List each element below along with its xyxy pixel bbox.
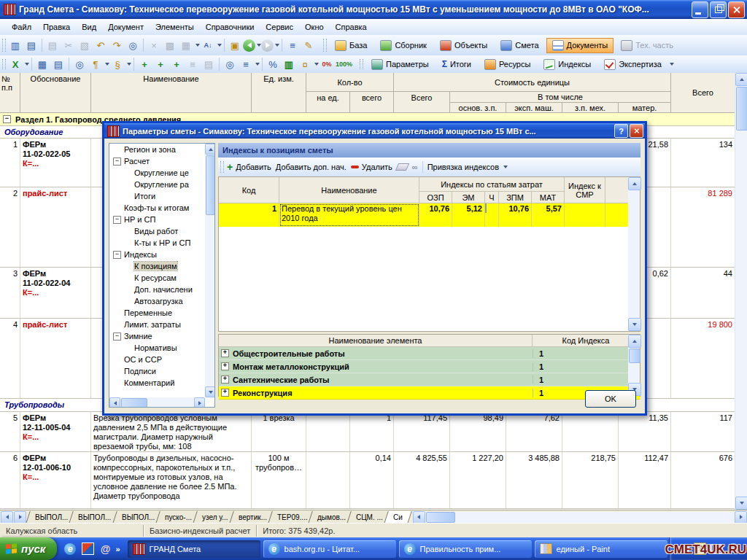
base-button[interactable]: База <box>329 38 373 53</box>
add-resource-icon[interactable]: + <box>169 57 184 71</box>
menu-references[interactable]: Справочники <box>200 20 260 34</box>
tree-item-region[interactable]: Регион и зона <box>109 144 214 155</box>
expand-icon[interactable]: + <box>221 362 229 370</box>
position-icon[interactable]: ¶ <box>88 57 103 71</box>
currency-icon[interactable]: ¤ <box>298 57 312 71</box>
close-button[interactable] <box>728 1 745 18</box>
dialog-help-button[interactable]: ? <box>614 124 628 138</box>
element-row-selected[interactable]: + Реконструкция 1 <box>219 386 640 400</box>
tree-item-rounding-prices[interactable]: Округление це <box>109 167 214 179</box>
index-name[interactable]: Перевод в текущий уровень цен 2010 года <box>279 203 419 227</box>
xp-quicklaunch-icon[interactable] <box>80 542 95 556</box>
restore-button[interactable] <box>710 1 727 18</box>
chevron-icon[interactable]: » <box>115 545 120 553</box>
scroll-thumb[interactable] <box>629 349 640 363</box>
tree-item-extra-charges[interactable]: Доп. начислени <box>109 284 214 295</box>
eraser-icon[interactable] <box>395 163 409 171</box>
tabs-prev-button[interactable] <box>1 511 13 524</box>
objects-button[interactable]: Объекты <box>434 38 493 53</box>
scroll-thumb[interactable] <box>426 512 455 523</box>
calculator-icon[interactable]: ▤ <box>51 57 66 71</box>
excel-export-icon[interactable]: X <box>8 57 23 71</box>
list-view-icon[interactable]: ≡ <box>239 57 253 71</box>
tree-item-nr-sp[interactable]: −НР и СП <box>109 214 214 225</box>
dropdown-arrow-icon[interactable] <box>105 63 109 66</box>
tree-vertical-scrollbar[interactable] <box>205 144 214 397</box>
sheet-tab-active[interactable]: Си <box>384 511 411 524</box>
documents-button[interactable]: Документы <box>546 38 614 53</box>
back-icon[interactable] <box>243 39 255 52</box>
tree-item-to-resources[interactable]: К ресурсам <box>109 272 214 284</box>
index-smr[interactable] <box>565 203 605 227</box>
hours-checkbox[interactable] <box>485 203 487 213</box>
tree-item-winter[interactable]: −Зимние <box>109 330 214 342</box>
scroll-track[interactable] <box>456 513 735 522</box>
menu-file[interactable]: Файл <box>6 20 37 34</box>
scroll-up-button[interactable] <box>205 144 215 155</box>
table-row[interactable]: 6 ФЕРм12-01-006-10К=... Трубопроводы в д… <box>0 452 735 509</box>
save-icon[interactable]: ▥ <box>8 38 23 52</box>
tree-item-to-positions[interactable]: К позициям <box>109 260 214 272</box>
tree-item-norms[interactable]: Нормативы <box>109 342 214 354</box>
tree-item-indexes[interactable]: −Индексы <box>109 249 214 260</box>
dropdown-arrow-icon[interactable] <box>314 63 319 66</box>
collapse-icon[interactable]: − <box>113 216 121 224</box>
scroll-right-button[interactable] <box>194 397 205 408</box>
dropdown-arrow-icon[interactable] <box>670 63 674 66</box>
scroll-left-button[interactable] <box>413 511 425 524</box>
tabs-horizontal-scrollbar[interactable] <box>413 512 747 523</box>
tree-item-comment[interactable]: Комментарий <box>109 377 214 389</box>
scroll-down-button[interactable] <box>735 497 747 510</box>
dropdown-arrow-icon[interactable] <box>127 63 131 66</box>
dropdown-arrow-icon[interactable] <box>275 44 279 47</box>
resources-button[interactable]: Ресурсы <box>479 57 536 72</box>
index-zpm[interactable]: 10,76 <box>499 203 532 227</box>
totals-button[interactable]: ΣИтоги <box>436 57 477 71</box>
mail-quicklaunch-icon[interactable]: @ <box>98 542 112 556</box>
collection-button[interactable]: Сборник <box>374 38 433 53</box>
dialog-close-button[interactable] <box>630 124 643 138</box>
expand-icon[interactable]: + <box>221 349 229 357</box>
taskbar-item-paint[interactable]: единый - Paint <box>535 540 667 558</box>
collapse-icon[interactable]: − <box>113 332 121 341</box>
minimize-button[interactable] <box>692 1 708 18</box>
tree-item-os-ssr[interactable]: ОС и ССР <box>109 354 214 365</box>
collapse-icon[interactable]: − <box>113 158 121 166</box>
menu-elements[interactable]: Элементы <box>150 20 200 34</box>
menu-document[interactable]: Документ <box>102 20 150 34</box>
dropdown-arrow-icon[interactable] <box>255 63 260 66</box>
calc-totals-icon[interactable]: ▥ <box>282 57 296 71</box>
full-percent-icon[interactable]: 100% <box>336 57 352 71</box>
scroll-up-button[interactable] <box>628 335 641 348</box>
expand-icon[interactable]: + <box>221 376 229 384</box>
elements-scrollbar[interactable] <box>628 335 640 396</box>
taskbar-item-pravilnost[interactable]: e Правильность прим... <box>399 540 532 558</box>
dropdown-arrow-icon[interactable] <box>196 44 200 47</box>
tree-item-variables[interactable]: Переменные <box>109 307 214 319</box>
menu-edit[interactable]: Правка <box>37 20 76 34</box>
tree-item-calculation[interactable]: −Расчет <box>109 155 214 167</box>
tree-item-totals[interactable]: Итоги <box>109 190 214 202</box>
scroll-right-button[interactable] <box>735 511 747 524</box>
start-button[interactable]: пуск <box>0 537 57 560</box>
menu-service[interactable]: Сервис <box>260 20 299 34</box>
add-extra-button[interactable]: Добавить доп. нач. <box>276 163 347 171</box>
expertise-button[interactable]: Экспертиза <box>598 57 667 72</box>
undo-icon[interactable]: ↶ <box>93 38 108 52</box>
index-table-scrollbar[interactable] <box>628 177 640 331</box>
element-row[interactable]: + Монтаж металлоконструкций 1 <box>219 360 640 373</box>
unlink-icon[interactable]: ∞ <box>412 163 418 171</box>
tree-item-work-types[interactable]: Виды работ <box>109 225 214 237</box>
index-em[interactable]: 5,12 <box>452 203 485 227</box>
tree-item-limit-costs[interactable]: Лимит. затраты <box>109 319 214 330</box>
element-row[interactable]: + Общестроительные работы 1 <box>219 347 640 360</box>
grid-view-icon[interactable]: ▦ <box>35 57 50 71</box>
tree-item-rounding-calc[interactable]: Округление ра <box>109 179 214 190</box>
scroll-thumb[interactable] <box>121 398 147 408</box>
delete-button[interactable]: Удалить <box>351 163 392 171</box>
dropdown-arrow-icon[interactable] <box>217 44 222 47</box>
index-mat[interactable]: 5,57 <box>532 203 565 227</box>
menu-view[interactable]: Вид <box>76 20 102 34</box>
scroll-thumb[interactable] <box>736 87 747 131</box>
taskbar-item-bashorg[interactable]: e bash.org.ru - Цитат... <box>263 540 396 558</box>
